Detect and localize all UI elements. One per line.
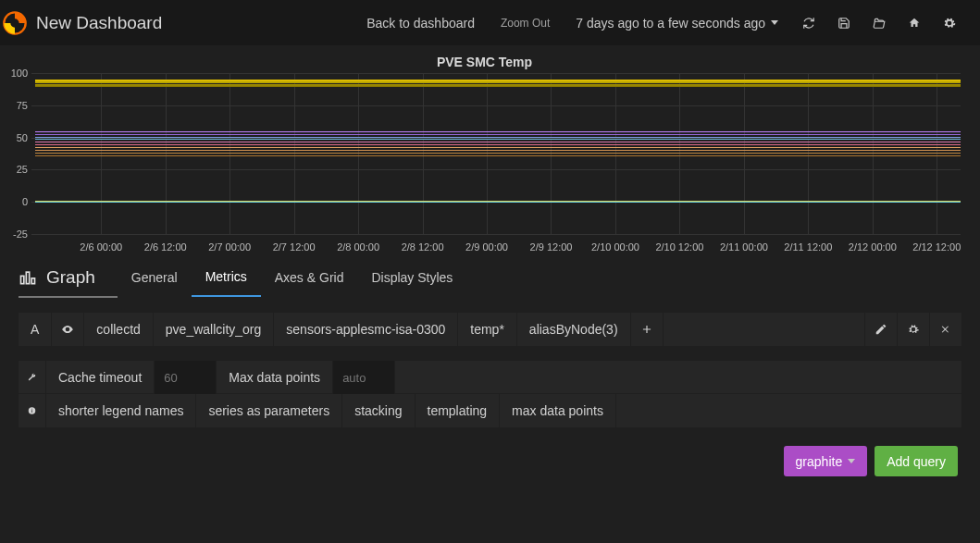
query-segment[interactable]: temp* bbox=[458, 313, 517, 346]
tab-metrics[interactable]: Metrics bbox=[192, 269, 261, 297]
tip-link[interactable]: stacking bbox=[342, 394, 415, 427]
svg-rect-5 bbox=[31, 410, 32, 413]
tip-link[interactable]: shorter legend names bbox=[46, 394, 196, 427]
svg-rect-3 bbox=[31, 278, 34, 284]
chart-area[interactable]: -2502550751002/6 00:002/6 12:002/7 00:00… bbox=[31, 73, 969, 253]
y-tick-label: 0 bbox=[6, 196, 28, 207]
tip-link[interactable]: templating bbox=[416, 394, 501, 427]
x-tick-label: 2/9 12:00 bbox=[530, 241, 573, 253]
editor-tabs: Graph GeneralMetricsAxes & GridDisplay S… bbox=[9, 254, 971, 298]
x-tick-label: 2/6 12:00 bbox=[144, 241, 187, 253]
x-tick-label: 2/7 00:00 bbox=[208, 241, 251, 253]
x-tick-label: 2/11 12:00 bbox=[784, 241, 832, 253]
datasource-label: graphite bbox=[796, 454, 843, 469]
cache-timeout-label: Cache timeout bbox=[46, 361, 155, 393]
chart-title: PVE SMC Temp bbox=[0, 51, 969, 69]
add-query-button[interactable]: Add query bbox=[875, 446, 958, 476]
max-datapoints-label: Max data points bbox=[217, 361, 333, 393]
add-segment-icon[interactable] bbox=[631, 313, 664, 346]
wrench-icon[interactable] bbox=[19, 361, 46, 393]
query-segment[interactable]: aliasByNode(3) bbox=[517, 313, 631, 346]
gear-icon[interactable] bbox=[898, 313, 930, 346]
eye-icon[interactable] bbox=[52, 313, 84, 346]
cache-timeout-input[interactable] bbox=[155, 361, 216, 394]
x-tick-label: 2/11 00:00 bbox=[720, 241, 768, 253]
back-to-dashboard-link[interactable]: Back to dashboard bbox=[354, 16, 488, 31]
gear-icon[interactable] bbox=[932, 0, 967, 45]
tip-link[interactable]: series as parameters bbox=[196, 394, 342, 427]
chevron-down-icon bbox=[771, 20, 778, 25]
info-icon[interactable] bbox=[19, 394, 46, 427]
y-tick-label: 100 bbox=[6, 68, 28, 79]
datasource-button[interactable]: graphite bbox=[784, 446, 868, 476]
y-tick-label: 75 bbox=[6, 100, 28, 111]
navbar: New Dashboard Back to dashboard Zoom Out… bbox=[0, 0, 980, 45]
svg-rect-6 bbox=[31, 409, 32, 410]
query-segment[interactable]: sensors-applesmc-isa-0300 bbox=[274, 313, 458, 346]
x-tick-label: 2/8 00:00 bbox=[337, 241, 379, 253]
remove-icon[interactable] bbox=[930, 313, 961, 346]
footer: graphite Add query bbox=[0, 427, 980, 476]
query-options: Cache timeout Max data points shorter le… bbox=[19, 361, 961, 427]
edit-icon[interactable] bbox=[865, 313, 898, 346]
folder-icon[interactable] bbox=[862, 0, 897, 45]
tab-general[interactable]: General bbox=[118, 270, 192, 296]
panel-type[interactable]: Graph bbox=[19, 267, 118, 298]
refresh-icon[interactable] bbox=[791, 0, 826, 45]
y-tick-label: 50 bbox=[6, 132, 28, 143]
zoom-out-link[interactable]: Zoom Out bbox=[488, 17, 563, 30]
grafana-logo-icon[interactable] bbox=[2, 10, 28, 36]
max-datapoints-input[interactable] bbox=[333, 361, 394, 394]
svg-rect-2 bbox=[26, 272, 29, 284]
tab-axes-grid[interactable]: Axes & Grid bbox=[261, 270, 358, 296]
x-tick-label: 2/10 00:00 bbox=[591, 241, 639, 253]
tip-link[interactable]: max data points bbox=[500, 394, 616, 427]
x-tick-label: 2/7 12:00 bbox=[273, 241, 316, 253]
y-tick-label: -25 bbox=[6, 228, 28, 240]
chevron-down-icon bbox=[848, 459, 855, 463]
svg-rect-1 bbox=[21, 276, 24, 283]
query-segment[interactable]: pve_wallcity_org bbox=[154, 313, 275, 346]
x-tick-label: 2/12 12:00 bbox=[912, 241, 961, 253]
query-letter[interactable]: A bbox=[19, 313, 52, 346]
time-range-picker[interactable]: 7 days ago to a few seconds ago bbox=[563, 16, 791, 31]
x-tick-label: 2/8 12:00 bbox=[402, 241, 444, 253]
x-tick-label: 2/10 12:00 bbox=[655, 241, 703, 253]
home-icon[interactable] bbox=[897, 0, 932, 45]
tab-display-styles[interactable]: Display Styles bbox=[357, 270, 466, 296]
query-row: A collectdpve_wallcity_orgsensors-apples… bbox=[19, 313, 961, 346]
dashboard-title[interactable]: New Dashboard bbox=[36, 13, 162, 33]
time-range-text: 7 days ago to a few seconds ago bbox=[576, 16, 765, 31]
save-icon[interactable] bbox=[826, 0, 862, 45]
y-tick-label: 25 bbox=[6, 164, 28, 175]
x-tick-label: 2/12 00:00 bbox=[849, 241, 897, 253]
x-tick-label: 2/9 00:00 bbox=[465, 241, 508, 253]
query-segment[interactable]: collectd bbox=[84, 313, 153, 346]
x-tick-label: 2/6 00:00 bbox=[80, 241, 122, 253]
panel-type-label: Graph bbox=[46, 267, 95, 288]
